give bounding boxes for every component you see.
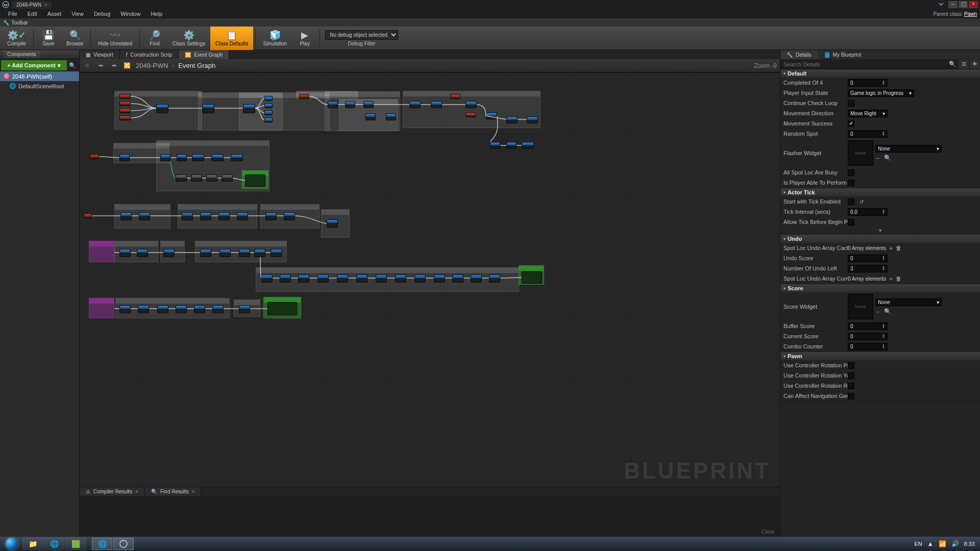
graph-node[interactable] [522,271,542,284]
section-score[interactable]: Score [780,284,980,292]
comment-box[interactable] [89,241,114,262]
graph-node[interactable] [527,116,538,123]
graph-node[interactable] [450,94,460,99]
menu-asset[interactable]: Asset [42,10,67,18]
language-indicator[interactable]: EN [914,541,922,547]
section-actor-tick[interactable]: Actor Tick [780,188,980,196]
browse-button[interactable]: 🔍 Browse [61,27,88,50]
reset-icon[interactable]: ↺ [860,199,864,205]
score-widget-dropdown[interactable]: None▾ [875,298,942,306]
graph-node[interactable] [264,96,273,101]
pawn-nav-checkbox[interactable] [848,393,854,399]
document-tab[interactable]: 2048-PWN × [12,1,52,9]
taskbar-unreal[interactable] [113,538,134,550]
graph-node[interactable] [376,274,387,283]
graph-node[interactable] [431,101,442,108]
graph-node[interactable] [119,154,130,161]
graph-node[interactable] [160,154,170,161]
graph-node[interactable] [395,274,406,283]
section-pawn[interactable]: Pawn [780,352,980,360]
graph-node[interactable] [271,249,282,257]
graph-node[interactable] [239,249,250,257]
crumb-leaf[interactable]: Event Graph [178,62,215,69]
tray-clock[interactable]: 8:33 [964,541,975,547]
browse-asset-icon[interactable]: 🔍 [884,155,891,161]
use-selected-icon[interactable]: ← [875,309,881,315]
graph-node[interactable] [465,101,477,108]
graph-node[interactable] [239,305,250,313]
graph-node[interactable] [231,154,243,161]
graph-node[interactable] [191,174,202,182]
movement-direction-dropdown[interactable]: Move Right▾ [848,110,888,117]
graph-node[interactable] [264,103,273,108]
graph-node[interactable] [156,104,168,113]
graph-node[interactable] [299,94,309,99]
graph-node[interactable] [177,154,187,161]
graph-node[interactable] [163,249,175,257]
graph-node[interactable] [176,305,187,313]
compile-button[interactable]: ⚙️✓ Compile [2,27,31,50]
tray-flag-icon[interactable]: ▲ [927,540,934,547]
graph-node[interactable] [328,101,338,108]
graph-node[interactable] [506,116,518,123]
graph-node[interactable] [284,212,295,220]
crumb-root[interactable]: 2048-PWN [136,62,168,69]
array-add-icon[interactable]: ＋ [888,244,894,252]
tab-details[interactable]: 🔧 Details [780,50,818,59]
graph-node[interactable] [486,112,497,119]
clear-button[interactable]: Clear [762,529,775,535]
array-add-icon[interactable]: ＋ [888,275,894,283]
find-button[interactable]: 🔎 Find [142,27,167,50]
graph-node[interactable] [212,305,224,313]
parent-class-link[interactable]: Pawn [964,11,977,17]
graph-node[interactable] [157,305,168,313]
graph-node[interactable] [222,174,233,182]
tab-my-blueprint[interactable]: 📘 My Blueprint [818,50,868,59]
player-able-perform-checkbox[interactable] [848,180,854,186]
graph-node[interactable] [264,110,273,115]
graph-node[interactable] [409,101,421,108]
class-settings-button[interactable]: ⚙️ Class Settings [167,27,210,50]
graph-node[interactable] [120,212,132,220]
menu-debug[interactable]: Debug [89,10,115,18]
tab-event-graph[interactable]: 🔀 Event Graph [179,50,229,59]
tab-compiler-results[interactable]: ⚠ Compiler Results × [80,487,145,496]
class-defaults-button[interactable]: 📋 Class Defaults [210,27,253,50]
taskbar-app[interactable]: 🟩 [65,538,86,550]
document-tab-close-icon[interactable]: × [44,2,47,8]
component-item[interactable]: 🌐 DefaultSceneRoot [0,81,79,91]
graph-node[interactable] [219,249,231,257]
view-options-button[interactable]: ☰ [959,60,969,69]
section-undo[interactable]: Undo [780,235,980,243]
graph-node[interactable] [119,108,131,113]
completed-of-4-field[interactable]: 0▲▼ [848,79,888,87]
blueprint-icon[interactable]: 🔀 [122,61,132,70]
graph-node[interactable] [84,213,92,218]
simulation-button[interactable]: 🧊 Simulation [258,27,292,50]
section-default[interactable]: Default [780,69,980,78]
comment-box[interactable] [89,298,114,318]
graph-node[interactable] [317,274,329,283]
array-clear-icon[interactable]: 🗑 [896,276,901,282]
close-icon[interactable]: × [192,489,195,494]
graph-node[interactable] [356,274,368,283]
save-button[interactable]: 💾 Save [36,27,61,50]
graph-node[interactable] [237,212,248,220]
comment-box[interactable] [403,91,541,128]
movement-success-checkbox[interactable]: ✔ [848,120,854,127]
menu-window[interactable]: Window [115,10,145,18]
graph-node[interactable] [194,305,205,313]
graph-node[interactable] [386,113,396,120]
graph-node[interactable] [337,274,348,283]
menu-help[interactable]: Help [145,10,167,18]
taskbar-app-active[interactable]: 🌐 [92,538,112,550]
graph-node[interactable] [206,174,217,182]
graph-node[interactable] [489,274,500,283]
graph-node[interactable] [139,212,150,220]
favorite-icon[interactable]: ☆ [83,61,92,70]
graph-node[interactable] [280,274,291,283]
tab-viewport[interactable]: ▦ Viewport [80,50,120,59]
undo-left-field[interactable]: 3▲▼ [848,265,888,272]
graph-node[interactable] [452,274,463,283]
tick-interval-field[interactable]: 0.0▲▼ [848,208,888,216]
